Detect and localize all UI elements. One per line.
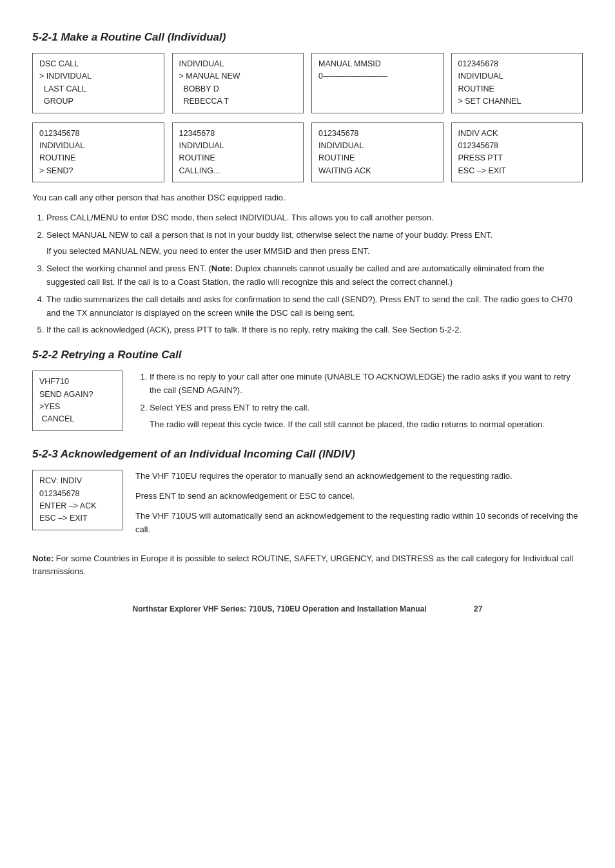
screen-rcv-indiv: RCV: INDIV 012345678 ENTER –> ACK ESC –>…	[32, 470, 122, 530]
screen-line: GROUP	[39, 95, 157, 108]
step-521-1: Press CALL/MENU to enter DSC mode, then …	[46, 211, 583, 225]
step-521-1-text: Press CALL/MENU to enter DSC mode, then …	[46, 213, 434, 222]
screen-line: 012345678	[458, 140, 576, 152]
screen-calling: 12345678 INDIVIDUAL ROUTINE CALLING...	[172, 122, 304, 183]
screen-line: DSC CALL	[39, 58, 157, 70]
screen-line: 12345678	[179, 128, 297, 140]
screen-indiv-ack: INDIV ACK 012345678 PRESS PTT ESC –> EXI…	[451, 122, 583, 183]
screen-line: > SET CHANNEL	[458, 95, 576, 108]
screen-line: PRESS PTT	[458, 152, 576, 164]
step-521-4: The radio summarizes the call details an…	[46, 293, 583, 320]
screen-set-channel: 012345678 INDIVIDUAL ROUTINE > SET CHANN…	[451, 53, 583, 113]
section-523-title: 5-2-3 Acknowledgement of an Individual I…	[32, 448, 583, 461]
screen-line: INDIVIDUAL	[179, 58, 297, 70]
screen-line: INDIVIDUAL	[179, 140, 297, 152]
note-final: Note: For some Countries in Europe it is…	[32, 552, 583, 579]
screen-line: 012345678	[39, 128, 157, 140]
step-522-2-text: Select YES and press ENT to retry the ca…	[150, 403, 309, 412]
screen-line: ROUTINE	[318, 152, 436, 164]
screen-line: ROUTINE	[458, 83, 576, 95]
footer: Northstar Explorer VHF Series: 710US, 71…	[32, 604, 583, 613]
section-522-title: 5-2-2 Retrying a Routine Call	[32, 349, 583, 362]
screen-line: MANUAL MMSID	[318, 58, 436, 70]
screen-line: ROUTINE	[39, 152, 157, 164]
screen-line: SEND AGAIN?	[39, 389, 115, 401]
steps-522-list: If there is no reply to your call after …	[150, 371, 583, 431]
text-523-2: Press ENT to send an acknowledgement or …	[135, 490, 583, 503]
screen-waiting-ack: 012345678 INDIVIDUAL ROUTINE WAITING ACK	[311, 122, 444, 183]
intro-text: You can call any other person that has a…	[32, 191, 583, 205]
screen-manual-mmsid: MANUAL MMSID 0————————	[311, 53, 444, 113]
screen-line: ROUTINE	[179, 152, 297, 164]
screens-row1: DSC CALL > INDIVIDUAL LAST CALL GROUP IN…	[32, 53, 583, 113]
screen-line	[318, 95, 436, 108]
screen-line: REBECCA T	[179, 95, 297, 108]
step-521-2-text: Select MANUAL NEW to call a person that …	[46, 230, 493, 240]
screen-line: INDIVIDUAL	[39, 140, 157, 152]
step-521-3-note-bold: Note:	[211, 264, 233, 273]
screen-send: 012345678 INDIVIDUAL ROUTINE > SEND?	[32, 122, 164, 183]
step-522-2-sub: The radio will repeat this cycle twice. …	[150, 418, 583, 432]
step-521-5: If the call is acknowledged (ACK), press…	[46, 323, 583, 337]
text-523-1: The VHF 710EU requires the operator to m…	[135, 470, 583, 483]
screen-line: INDIVIDUAL	[318, 140, 436, 152]
step-521-4-text: The radio summarizes the call details an…	[46, 294, 572, 318]
screens-row2: 012345678 INDIVIDUAL ROUTINE > SEND? 123…	[32, 122, 583, 183]
screen-line: CANCEL	[39, 413, 115, 425]
screen-line: > INDIVIDUAL	[39, 70, 157, 82]
text-523-3: The VHF 710US will automatically send an…	[135, 510, 583, 537]
screen-line: >YES	[39, 401, 115, 413]
step-522-1-text: If there is no reply to your call after …	[150, 372, 571, 395]
screen-line: VHF710	[39, 376, 115, 388]
screen-line: > SEND?	[39, 165, 157, 177]
screen-line: INDIV ACK	[458, 128, 576, 140]
screen-line: ESC –> EXIT	[39, 512, 115, 525]
screen-dsc-call: DSC CALL > INDIVIDUAL LAST CALL GROUP	[32, 53, 164, 113]
footer-page-number: 27	[474, 604, 482, 613]
step-521-3: Select the working channel and press ENT…	[46, 262, 583, 289]
step-521-2: Select MANUAL NEW to call a person that …	[46, 229, 583, 259]
section-523-container: RCV: INDIV 012345678 ENTER –> ACK ESC –>…	[32, 470, 583, 543]
screen-line: CALLING...	[179, 165, 297, 177]
screen-line: WAITING ACK	[318, 165, 436, 177]
screen-line: LAST CALL	[39, 83, 157, 95]
screen-line: > MANUAL NEW	[179, 70, 297, 82]
footer-text: Northstar Explorer VHF Series: 710US, 71…	[133, 604, 483, 613]
step-521-2-sub: If you selected MANUAL NEW, you need to …	[46, 245, 583, 258]
screen-individual-manual: INDIVIDUAL > MANUAL NEW BOBBY D REBECCA …	[172, 53, 304, 113]
screen-line: RCV: INDIV	[39, 475, 115, 487]
section-522-container: VHF710 SEND AGAIN? >YES CANCEL If there …	[32, 371, 583, 436]
screen-line	[318, 83, 436, 95]
step-522-1: If there is no reply to your call after …	[150, 371, 583, 398]
screen-send-again: VHF710 SEND AGAIN? >YES CANCEL	[32, 371, 122, 431]
screen-line: ENTER –> ACK	[39, 500, 115, 512]
screen-line: BOBBY D	[179, 83, 297, 95]
screen-line: 012345678	[39, 488, 115, 500]
steps-521-list: Press CALL/MENU to enter DSC mode, then …	[46, 211, 583, 337]
screen-line: INDIVIDUAL	[458, 70, 576, 82]
section-521-title: 5-2-1 Make a Routine Call (Individual)	[32, 31, 583, 44]
step-521-3-text-before: Select the working channel and press ENT…	[46, 264, 544, 287]
note-final-bold: Note:	[32, 554, 54, 563]
note-final-text: For some Countries in Europe it is possi…	[32, 554, 573, 577]
screen-line: 0————————	[318, 70, 436, 82]
screen-line: 012345678	[458, 58, 576, 70]
step-522-2: Select YES and press ENT to retry the ca…	[150, 401, 583, 432]
footer-brand: Explorer VHF Series: 710US, 710EU	[170, 604, 300, 613]
screen-line: ESC –> EXIT	[458, 165, 576, 177]
screen-line: 012345678	[318, 128, 436, 140]
step-521-5-text: If the call is acknowledged (ACK), press…	[46, 325, 462, 334]
